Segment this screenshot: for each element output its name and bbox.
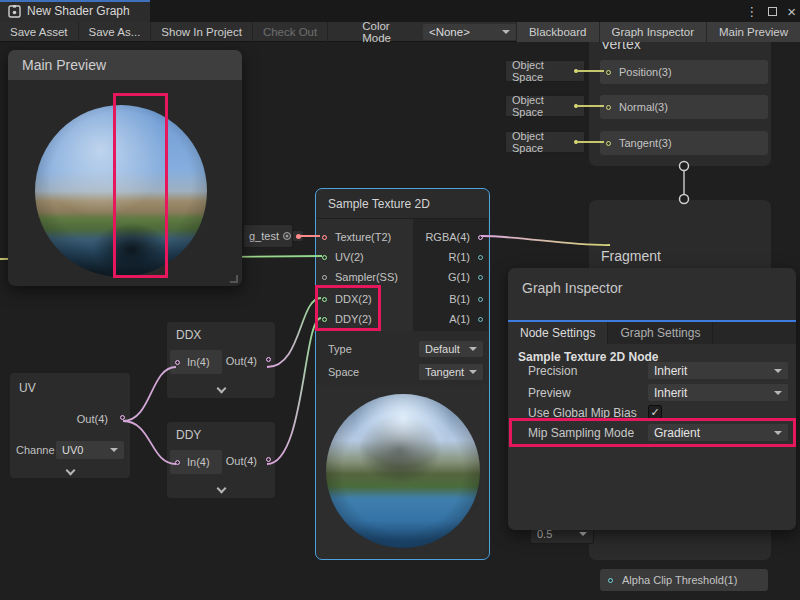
chevron-down-icon — [110, 448, 118, 452]
color-mode-label: Color Mode — [356, 20, 423, 44]
a-output-label: A(1) — [449, 313, 470, 325]
vertex-node[interactable]: Vertex Position(3) Normal(3) Tangent(3) — [589, 42, 771, 166]
fragment-node-title: Fragment — [601, 248, 661, 264]
type-dropdown[interactable]: Default — [419, 341, 483, 357]
vertex-normal-row[interactable]: Normal(3) — [600, 95, 768, 119]
window-menu-icon[interactable]: ⋮ — [745, 5, 758, 18]
vertex-position-row[interactable]: Position(3) — [600, 60, 768, 84]
ddy-input-row[interactable]: DDY(2) — [322, 309, 372, 329]
uv-input-row[interactable]: UV(2) — [322, 247, 364, 267]
main-preview-title: Main Preview — [22, 57, 106, 73]
ddy-collapse-toggle[interactable] — [167, 480, 275, 496]
checkmark-icon: ✓ — [650, 406, 659, 419]
tangent-port[interactable] — [606, 141, 611, 146]
uv-collapse-toggle[interactable] — [10, 463, 130, 477]
sampler-input-port[interactable] — [322, 275, 327, 280]
g-output-row[interactable]: G(1) — [448, 267, 483, 287]
sampler-input-row[interactable]: Sampler(SS) — [322, 267, 398, 287]
ddx-out-port[interactable] — [266, 357, 271, 362]
a-output-port[interactable] — [478, 317, 483, 322]
precision-value: Inherit — [654, 364, 687, 378]
b-output-port[interactable] — [478, 297, 483, 302]
tab-graph-settings[interactable]: Graph Settings — [608, 322, 713, 344]
sample-texture-2d-node[interactable]: Sample Texture 2D Texture(T2) UV(2) Samp… — [315, 188, 490, 560]
graph-canvas[interactable]: Vertex Position(3) Normal(3) Tangent(3) … — [0, 42, 800, 600]
main-preview-header[interactable]: Main Preview — [8, 50, 242, 80]
ddx-node[interactable]: DDX In(4) Out(4) — [167, 322, 275, 398]
normal-space-label: Object Space — [512, 94, 574, 118]
ddx-input-row[interactable]: DDX(2) — [322, 289, 372, 309]
blackboard-toggle-button[interactable]: Blackboard — [516, 22, 599, 42]
tab-accent-line — [0, 0, 150, 2]
vertex-node-title: Vertex — [601, 42, 641, 52]
r-output-row[interactable]: R(1) — [449, 247, 483, 267]
ddx-in-slot[interactable]: In(4) — [170, 350, 222, 374]
precision-label: Precision — [528, 364, 577, 378]
b-output-row[interactable]: B(1) — [449, 289, 483, 309]
maximize-icon[interactable] — [768, 7, 777, 16]
normal-port[interactable] — [606, 105, 611, 110]
tab-node-settings[interactable]: Node Settings — [508, 322, 608, 344]
space-dropdown[interactable]: Tangent — [419, 364, 483, 380]
show-in-project-button[interactable]: Show In Project — [151, 22, 253, 42]
texture-property-port[interactable] — [292, 230, 304, 242]
vertex-tangent-row[interactable]: Tangent(3) — [600, 131, 768, 155]
tangent-space-chip[interactable]: Object Space — [505, 131, 585, 153]
normal-space-chip[interactable]: Object Space — [505, 95, 585, 117]
r-output-label: R(1) — [449, 251, 470, 263]
type-label: Type — [328, 343, 352, 355]
mip-bias-checkbox[interactable]: ✓ — [648, 405, 662, 419]
close-icon[interactable]: × — [787, 4, 796, 19]
ddy-input-port[interactable] — [322, 317, 327, 322]
uv-channel-value: UV0 — [62, 444, 83, 456]
uv-channel-dropdown[interactable]: UV0 — [56, 441, 124, 459]
save-asset-button[interactable]: Save Asset — [0, 22, 79, 42]
uv-node[interactable]: UV Out(4) Channe UV0 — [10, 373, 130, 478]
check-out-button: Check Out — [253, 22, 328, 42]
uv-node-title: UV — [19, 381, 36, 395]
preview-dropdown[interactable]: Inherit — [648, 384, 788, 401]
alpha-clip-port[interactable] — [608, 578, 613, 583]
texture-input-port[interactable] — [322, 235, 327, 240]
texture-input-label: Texture(T2) — [335, 231, 391, 243]
texture-property-chip[interactable]: g_test — [243, 224, 293, 248]
a-output-row[interactable]: A(1) — [449, 309, 483, 329]
tab-new-shader-graph[interactable]: New Shader Graph — [0, 0, 150, 22]
position-port[interactable] — [606, 70, 611, 75]
resize-handle[interactable] — [230, 275, 238, 283]
main-preview-toggle-button[interactable]: Main Preview — [706, 22, 800, 42]
ddx-collapse-toggle[interactable] — [167, 380, 275, 396]
ddy-in-slot[interactable]: In(4) — [170, 450, 222, 474]
chevron-down-icon — [774, 431, 782, 435]
ddx-in-port[interactable] — [175, 360, 180, 365]
preview-value: Inherit — [654, 386, 687, 400]
alpha-clip-label: Alpha Clip Threshold(1) — [622, 574, 737, 586]
ddy-out-port[interactable] — [266, 457, 271, 462]
rgba-output-port[interactable] — [478, 235, 483, 240]
texture-input-row[interactable]: Texture(T2) — [322, 227, 391, 247]
mip-mode-dropdown[interactable]: Gradient — [648, 424, 788, 441]
position-space-chip[interactable]: Object Space — [505, 60, 585, 82]
g-output-port[interactable] — [478, 275, 483, 280]
normal-label: Normal(3) — [619, 101, 668, 113]
ddy-node[interactable]: DDY In(4) Out(4) — [167, 422, 275, 498]
chevron-down-icon — [774, 391, 782, 395]
mip-bias-label: Use Global Mip Bias — [528, 406, 637, 420]
inspector-tabs: Node Settings Graph Settings — [508, 322, 796, 344]
alpha-clip-row[interactable]: Alpha Clip Threshold(1) — [600, 569, 768, 591]
uv-input-port[interactable] — [322, 255, 327, 260]
ddy-node-title: DDY — [176, 428, 201, 442]
uv-out-port[interactable] — [120, 415, 125, 420]
ddx-input-port[interactable] — [322, 297, 327, 302]
ddy-in-port[interactable] — [175, 460, 180, 465]
precision-dropdown[interactable]: Inherit — [648, 362, 788, 379]
graph-inspector-toggle-button[interactable]: Graph Inspector — [599, 22, 706, 42]
uv-input-label: UV(2) — [335, 251, 364, 263]
rgba-output-row[interactable]: RGBA(4) — [425, 227, 483, 247]
graph-inspector-panel[interactable]: Graph Inspector Node Settings Graph Sett… — [508, 268, 796, 530]
uv-out-label: Out(4) — [77, 413, 108, 425]
r-output-port[interactable] — [478, 255, 483, 260]
main-preview-panel[interactable]: Main Preview — [8, 50, 242, 286]
color-mode-dropdown[interactable]: <None> — [423, 24, 516, 40]
save-as-button[interactable]: Save As... — [79, 22, 152, 42]
